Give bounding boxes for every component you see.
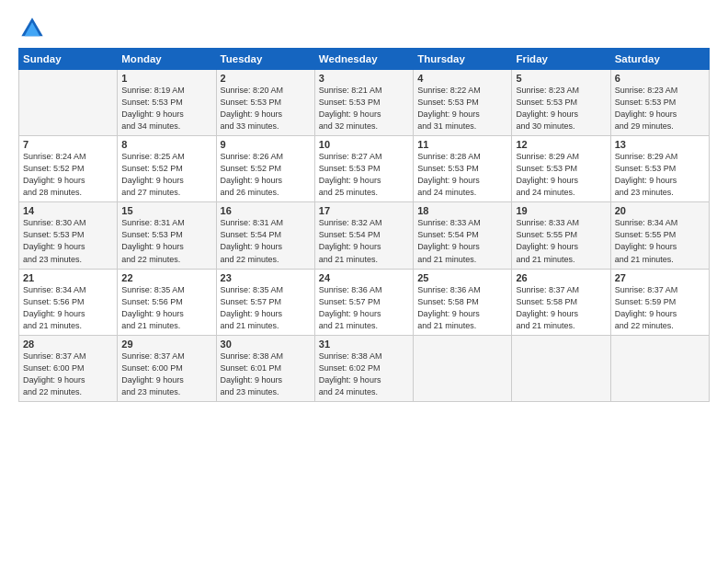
calendar-cell: 5Sunrise: 8:23 AM Sunset: 5:53 PM Daylig… xyxy=(512,70,610,136)
calendar-cell: 24Sunrise: 8:36 AM Sunset: 5:57 PM Dayli… xyxy=(314,269,413,335)
col-header-saturday: Saturday xyxy=(610,49,709,70)
calendar-cell: 2Sunrise: 8:20 AM Sunset: 5:53 PM Daylig… xyxy=(216,70,314,136)
calendar-cell: 14Sunrise: 8:30 AM Sunset: 5:53 PM Dayli… xyxy=(19,202,118,269)
cell-info: Sunrise: 8:29 AM Sunset: 5:53 PM Dayligh… xyxy=(615,151,705,199)
cell-info: Sunrise: 8:38 AM Sunset: 6:01 PM Dayligh… xyxy=(221,350,311,398)
col-header-tuesday: Tuesday xyxy=(216,49,314,70)
cell-info: Sunrise: 8:33 AM Sunset: 5:55 PM Dayligh… xyxy=(516,217,606,265)
cell-info: Sunrise: 8:30 AM Sunset: 5:53 PM Dayligh… xyxy=(23,217,113,265)
cell-info: Sunrise: 8:21 AM Sunset: 5:53 PM Dayligh… xyxy=(319,85,409,132)
day-number: 1 xyxy=(121,73,211,84)
calendar-cell xyxy=(512,335,610,401)
calendar-cell: 21Sunrise: 8:34 AM Sunset: 5:56 PM Dayli… xyxy=(19,269,118,335)
calendar-cell: 3Sunrise: 8:21 AM Sunset: 5:53 PM Daylig… xyxy=(314,70,413,136)
day-number: 20 xyxy=(615,205,705,216)
calendar-table: SundayMondayTuesdayWednesdayThursdayFrid… xyxy=(18,48,710,402)
day-number: 8 xyxy=(121,139,211,150)
cell-info: Sunrise: 8:20 AM Sunset: 5:53 PM Dayligh… xyxy=(221,85,311,132)
cell-info: Sunrise: 8:24 AM Sunset: 5:52 PM Dayligh… xyxy=(23,151,113,199)
calendar-cell: 27Sunrise: 8:37 AM Sunset: 5:59 PM Dayli… xyxy=(610,269,709,335)
cell-info: Sunrise: 8:22 AM Sunset: 5:53 PM Dayligh… xyxy=(417,85,507,132)
calendar-cell: 26Sunrise: 8:37 AM Sunset: 5:58 PM Dayli… xyxy=(512,269,610,335)
calendar-cell: 30Sunrise: 8:38 AM Sunset: 6:01 PM Dayli… xyxy=(216,335,314,401)
cell-info: Sunrise: 8:19 AM Sunset: 5:53 PM Dayligh… xyxy=(121,85,211,132)
cell-info: Sunrise: 8:36 AM Sunset: 5:57 PM Dayligh… xyxy=(319,284,409,332)
day-number: 26 xyxy=(516,272,606,283)
day-number: 18 xyxy=(417,205,507,216)
week-row-5: 28Sunrise: 8:37 AM Sunset: 6:00 PM Dayli… xyxy=(19,335,710,401)
col-header-sunday: Sunday xyxy=(19,49,118,70)
calendar-cell: 9Sunrise: 8:26 AM Sunset: 5:52 PM Daylig… xyxy=(216,136,314,202)
calendar-cell xyxy=(19,70,118,136)
cell-info: Sunrise: 8:27 AM Sunset: 5:53 PM Dayligh… xyxy=(319,151,409,199)
day-number: 6 xyxy=(615,73,705,84)
calendar-cell: 13Sunrise: 8:29 AM Sunset: 5:53 PM Dayli… xyxy=(610,136,709,202)
day-number: 11 xyxy=(417,139,507,150)
page: SundayMondayTuesdayWednesdayThursdayFrid… xyxy=(0,0,728,563)
col-header-thursday: Thursday xyxy=(414,49,512,70)
cell-info: Sunrise: 8:31 AM Sunset: 5:53 PM Dayligh… xyxy=(121,217,211,265)
day-number: 23 xyxy=(221,272,311,283)
calendar-cell: 12Sunrise: 8:29 AM Sunset: 5:53 PM Dayli… xyxy=(512,136,610,202)
cell-info: Sunrise: 8:32 AM Sunset: 5:54 PM Dayligh… xyxy=(319,217,409,265)
day-number: 13 xyxy=(615,139,705,150)
day-number: 14 xyxy=(23,205,113,216)
day-number: 15 xyxy=(121,205,211,216)
header-row: SundayMondayTuesdayWednesdayThursdayFrid… xyxy=(19,49,710,70)
day-number: 3 xyxy=(319,73,409,84)
cell-info: Sunrise: 8:35 AM Sunset: 5:56 PM Dayligh… xyxy=(121,284,211,332)
calendar-cell: 15Sunrise: 8:31 AM Sunset: 5:53 PM Dayli… xyxy=(118,202,216,269)
calendar-cell: 7Sunrise: 8:24 AM Sunset: 5:52 PM Daylig… xyxy=(19,136,118,202)
day-number: 16 xyxy=(221,205,311,216)
day-number: 19 xyxy=(516,205,606,216)
calendar-cell: 18Sunrise: 8:33 AM Sunset: 5:54 PM Dayli… xyxy=(414,202,512,269)
cell-info: Sunrise: 8:37 AM Sunset: 6:00 PM Dayligh… xyxy=(121,350,211,398)
calendar-cell: 31Sunrise: 8:38 AM Sunset: 6:02 PM Dayli… xyxy=(314,335,413,401)
day-number: 29 xyxy=(121,339,211,350)
calendar-cell: 29Sunrise: 8:37 AM Sunset: 6:00 PM Dayli… xyxy=(118,335,216,401)
calendar-cell xyxy=(414,335,512,401)
cell-info: Sunrise: 8:29 AM Sunset: 5:53 PM Dayligh… xyxy=(516,151,606,199)
calendar-cell: 6Sunrise: 8:23 AM Sunset: 5:53 PM Daylig… xyxy=(610,70,709,136)
calendar-cell: 8Sunrise: 8:25 AM Sunset: 5:52 PM Daylig… xyxy=(118,136,216,202)
logo xyxy=(18,15,50,42)
cell-info: Sunrise: 8:28 AM Sunset: 5:53 PM Dayligh… xyxy=(417,151,507,199)
week-row-4: 21Sunrise: 8:34 AM Sunset: 5:56 PM Dayli… xyxy=(19,269,710,335)
calendar-cell: 20Sunrise: 8:34 AM Sunset: 5:55 PM Dayli… xyxy=(610,202,709,269)
calendar-cell: 11Sunrise: 8:28 AM Sunset: 5:53 PM Dayli… xyxy=(414,136,512,202)
cell-info: Sunrise: 8:36 AM Sunset: 5:58 PM Dayligh… xyxy=(417,284,507,332)
cell-info: Sunrise: 8:23 AM Sunset: 5:53 PM Dayligh… xyxy=(615,85,705,132)
day-number: 5 xyxy=(516,73,606,84)
day-number: 7 xyxy=(23,139,113,150)
day-number: 30 xyxy=(221,339,311,350)
logo-icon xyxy=(18,15,46,42)
calendar-cell: 1Sunrise: 8:19 AM Sunset: 5:53 PM Daylig… xyxy=(118,70,216,136)
cell-info: Sunrise: 8:37 AM Sunset: 6:00 PM Dayligh… xyxy=(23,350,113,398)
day-number: 31 xyxy=(319,339,409,350)
col-header-wednesday: Wednesday xyxy=(314,49,413,70)
day-number: 21 xyxy=(23,272,113,283)
cell-info: Sunrise: 8:35 AM Sunset: 5:57 PM Dayligh… xyxy=(221,284,311,332)
cell-info: Sunrise: 8:34 AM Sunset: 5:56 PM Dayligh… xyxy=(23,284,113,332)
day-number: 25 xyxy=(417,272,507,283)
cell-info: Sunrise: 8:34 AM Sunset: 5:55 PM Dayligh… xyxy=(615,217,705,265)
day-number: 28 xyxy=(23,339,113,350)
week-row-3: 14Sunrise: 8:30 AM Sunset: 5:53 PM Dayli… xyxy=(19,202,710,269)
cell-info: Sunrise: 8:33 AM Sunset: 5:54 PM Dayligh… xyxy=(417,217,507,265)
calendar-cell: 22Sunrise: 8:35 AM Sunset: 5:56 PM Dayli… xyxy=(118,269,216,335)
col-header-friday: Friday xyxy=(512,49,610,70)
cell-info: Sunrise: 8:23 AM Sunset: 5:53 PM Dayligh… xyxy=(516,85,606,132)
cell-info: Sunrise: 8:31 AM Sunset: 5:54 PM Dayligh… xyxy=(221,217,311,265)
day-number: 4 xyxy=(417,73,507,84)
calendar-cell: 4Sunrise: 8:22 AM Sunset: 5:53 PM Daylig… xyxy=(414,70,512,136)
calendar-cell: 23Sunrise: 8:35 AM Sunset: 5:57 PM Dayli… xyxy=(216,269,314,335)
week-row-1: 1Sunrise: 8:19 AM Sunset: 5:53 PM Daylig… xyxy=(19,70,710,136)
calendar-cell: 10Sunrise: 8:27 AM Sunset: 5:53 PM Dayli… xyxy=(314,136,413,202)
cell-info: Sunrise: 8:37 AM Sunset: 5:59 PM Dayligh… xyxy=(615,284,705,332)
header xyxy=(18,15,710,42)
calendar-cell: 25Sunrise: 8:36 AM Sunset: 5:58 PM Dayli… xyxy=(414,269,512,335)
day-number: 12 xyxy=(516,139,606,150)
day-number: 22 xyxy=(121,272,211,283)
calendar-cell: 19Sunrise: 8:33 AM Sunset: 5:55 PM Dayli… xyxy=(512,202,610,269)
cell-info: Sunrise: 8:37 AM Sunset: 5:58 PM Dayligh… xyxy=(516,284,606,332)
